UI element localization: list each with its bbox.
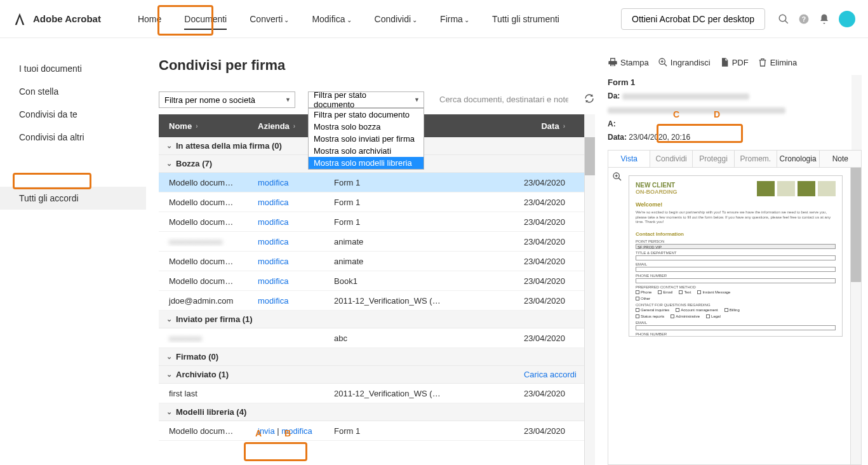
page-title: Condivisi per firma: [159, 57, 595, 74]
dropdown-option[interactable]: Mostra solo bozza: [309, 121, 424, 133]
topbar: Adobe Acrobat Home Documenti Converti⌄ M…: [0, 0, 868, 38]
dropdown-option-selected[interactable]: Mostra solo modelli libreria: [309, 157, 424, 169]
nav-strumenti[interactable]: Tutti gli strumenti: [481, 2, 571, 36]
details-panel: Stampa Ingrandisci PDF Elimina Form 1 Da…: [608, 57, 862, 465]
table-row[interactable]: Modello documentomodificaForm 123/04/202…: [159, 192, 584, 212]
modifica-link[interactable]: modifica: [258, 276, 288, 286]
search-icon[interactable]: [778, 13, 789, 25]
nav-converti[interactable]: Converti⌄: [238, 2, 300, 36]
detail-tabs: Vista Condividi Proteggi Promem. Cronolo…: [608, 150, 862, 167]
chevron-down-icon: ⌄: [284, 17, 289, 24]
nav-firma[interactable]: Firma⌄: [429, 2, 481, 36]
tab-cronologia[interactable]: Cronologia: [777, 151, 820, 167]
modifica-link[interactable]: modifica: [258, 237, 288, 246]
annotation-d: D: [714, 109, 720, 119]
annotation-b: B: [284, 428, 291, 438]
search-input[interactable]: [437, 91, 571, 108]
doc-title: Form 1: [608, 75, 862, 90]
table-row[interactable]: Modello documentomodificaanimate23/04/20…: [159, 252, 584, 271]
carica-accordi-link[interactable]: Carica accordi: [524, 370, 577, 379]
chevron-down-icon: ⌄: [347, 17, 352, 24]
doc-toolbar: Stampa Ingrandisci PDF Elimina: [608, 57, 862, 75]
col-nome[interactable]: Nome›: [159, 121, 248, 131]
filter-name-select[interactable]: Filtra per nome o società: [159, 91, 295, 108]
table-row[interactable]: jdoe@admin.commodifica2011-12_Verificati…: [159, 291, 584, 311]
app-logo: Adobe Acrobat: [13, 12, 101, 26]
annotation-a: A: [255, 428, 262, 438]
top-icons: ?: [778, 11, 855, 27]
sidebar-item-tuoi-documenti[interactable]: I tuoi documenti: [0, 57, 146, 80]
bell-icon[interactable]: [818, 13, 830, 25]
ingrandisci-button[interactable]: Ingrandisci: [658, 57, 711, 67]
section-firmato[interactable]: ⌄Firmato (0): [159, 348, 584, 366]
svg-text:?: ?: [802, 15, 806, 22]
nav-condividi[interactable]: Condividi⌄: [363, 2, 429, 36]
chevron-right-icon: ›: [293, 123, 295, 130]
elimina-button[interactable]: Elimina: [758, 57, 798, 67]
chevron-right-icon: ›: [196, 123, 197, 130]
table-row[interactable]: first last2011-12_Verification_WS (1) (1…: [159, 384, 584, 403]
acrobat-icon: [13, 12, 27, 26]
section-archiviato[interactable]: ⌄Archiviato (1)Carica accordi: [159, 366, 584, 384]
modifica-link[interactable]: modifica: [258, 198, 288, 207]
preview-scrollbar[interactable]: [850, 168, 861, 464]
nav-home[interactable]: Home: [126, 2, 173, 36]
document-preview: NEW CLIENT ON-BOARDING Welcome! We're so…: [608, 167, 862, 465]
help-icon[interactable]: ?: [798, 13, 810, 25]
tab-vista[interactable]: Vista: [608, 151, 650, 167]
dropdown-option[interactable]: Mostra solo archiviati: [309, 145, 424, 157]
filter-state-dropdown: Filtra per stato documento Mostra solo b…: [308, 108, 424, 170]
meta-scrollbar[interactable]: [851, 75, 862, 150]
chevron-right-icon: ›: [563, 123, 565, 130]
sidebar-item-tutti-accordi[interactable]: Tutti gli accordi: [0, 187, 146, 210]
app-name: Adobe Acrobat: [33, 13, 101, 24]
section-libreria[interactable]: ⌄Modelli libreria (4): [159, 403, 584, 421]
table-row[interactable]: Modello documento invia | modifica Form …: [159, 421, 584, 441]
sidebar: I tuoi documenti Con stella Condivisi da…: [0, 38, 146, 465]
sidebar-item-condivisi-da-te[interactable]: Condivisi da te: [0, 103, 146, 126]
modifica-link[interactable]: modifica: [258, 217, 288, 227]
get-desktop-button[interactable]: Ottieni Acrobat DC per desktop: [621, 8, 765, 30]
sidebar-item-con-stella[interactable]: Con stella: [0, 80, 146, 103]
table-row[interactable]: xxxxxxxxabc23/04/2020: [159, 328, 584, 348]
svg-line-9: [618, 178, 621, 180]
pdf-button[interactable]: PDF: [719, 57, 749, 67]
zoom-icon[interactable]: [612, 172, 622, 184]
nav-documenti[interactable]: Documenti: [173, 2, 238, 36]
top-nav: Home Documenti Converti⌄ Modifica⌄ Condi…: [126, 2, 571, 36]
refresh-icon[interactable]: [584, 93, 595, 107]
filter-state-select[interactable]: Filtra per stato documento: [308, 91, 424, 108]
modifica-link[interactable]: modifica: [258, 257, 288, 266]
doc-meta: Form 1 Da: A: Data: 23/04/2020, 20:16: [608, 75, 862, 150]
filter-bar: Filtra per nome o società Filtra per sta…: [159, 91, 595, 108]
sidebar-item-condivisi-da-altri[interactable]: Condivisi da altri: [0, 126, 146, 149]
annotation-c: C: [673, 109, 679, 119]
user-avatar[interactable]: [839, 11, 855, 27]
redacted: [622, 93, 749, 100]
redacted: [608, 107, 785, 114]
preview-document: NEW CLIENT ON-BOARDING Welcome! We're so…: [629, 175, 843, 337]
chevron-down-icon: ⌄: [412, 17, 417, 24]
tab-condividi[interactable]: Condividi: [650, 151, 692, 167]
svg-line-5: [664, 64, 667, 66]
nav-modifica[interactable]: Modifica⌄: [300, 2, 363, 36]
table-row[interactable]: Modello documentomodificaForm 123/04/202…: [159, 212, 584, 232]
modifica-link[interactable]: modifica: [258, 296, 288, 306]
table-row[interactable]: Modello documentomodificaForm 123/04/202…: [159, 173, 584, 192]
modifica-link[interactable]: modifica: [258, 178, 288, 187]
tab-promem[interactable]: Promem.: [735, 151, 777, 167]
table-row[interactable]: Modello documentomodificaBook123/04/2020: [159, 271, 584, 291]
col-data[interactable]: Data›: [451, 121, 584, 131]
svg-point-0: [779, 15, 786, 22]
stampa-button[interactable]: Stampa: [608, 57, 649, 67]
tab-proteggi[interactable]: Proteggi: [693, 151, 735, 167]
section-inviato[interactable]: ⌄Inviato per firma (1): [159, 311, 584, 328]
chevron-down-icon: ⌄: [464, 17, 469, 24]
table-scrollbar[interactable]: [584, 114, 595, 465]
dropdown-option[interactable]: Filtra per stato documento: [309, 109, 424, 121]
tab-note[interactable]: Note: [820, 151, 861, 167]
svg-line-1: [785, 20, 788, 24]
table-row[interactable]: xxxxxxxxxxxxxmodificaanimate23/04/2020: [159, 232, 584, 252]
dropdown-option[interactable]: Mostra solo inviati per firma: [309, 133, 424, 145]
